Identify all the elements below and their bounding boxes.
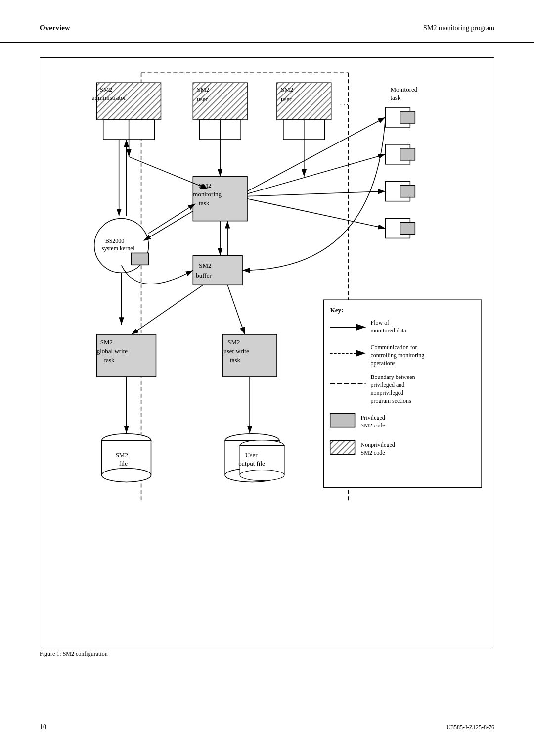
svg-text:task: task xyxy=(199,199,209,207)
svg-text:. . .: . . . xyxy=(340,99,348,106)
svg-text:operations: operations xyxy=(371,360,396,367)
svg-text:monitoring: monitoring xyxy=(193,190,222,198)
svg-rect-27 xyxy=(400,186,415,197)
page-footer: 10 U3585-J-Z125-8-76 xyxy=(0,718,534,736)
svg-text:output file: output file xyxy=(238,460,265,467)
svg-text:Flow of: Flow of xyxy=(371,319,390,326)
svg-text:SM2: SM2 xyxy=(281,86,293,93)
svg-text:administrator: administrator xyxy=(92,94,127,101)
svg-rect-25 xyxy=(400,148,415,160)
svg-line-94 xyxy=(132,285,203,334)
svg-text:User: User xyxy=(245,451,258,459)
caption-text: Figure 1: SM2 configuration xyxy=(40,650,108,657)
svg-rect-79 xyxy=(330,441,355,455)
svg-text:SM2: SM2 xyxy=(116,451,128,459)
svg-text:user: user xyxy=(281,95,292,103)
svg-line-85 xyxy=(129,157,208,189)
svg-text:program sections: program sections xyxy=(371,397,411,404)
svg-text:buffer: buffer xyxy=(196,272,212,279)
svg-text:BS2000: BS2000 xyxy=(105,237,125,244)
figure-container: SM2 administrator SM2 user SM2 user . . … xyxy=(40,57,494,646)
svg-text:SM2 code: SM2 code xyxy=(361,422,385,429)
svg-text:SM2: SM2 xyxy=(199,262,211,269)
svg-text:system kernel: system kernel xyxy=(102,245,135,252)
svg-text:monitored data: monitored data xyxy=(371,327,407,334)
svg-point-59 xyxy=(240,470,284,480)
svg-text:SM2: SM2 xyxy=(227,338,240,346)
svg-text:task: task xyxy=(104,356,115,364)
svg-rect-38 xyxy=(193,255,242,285)
page-number: 10 xyxy=(40,723,46,731)
svg-rect-76 xyxy=(330,414,355,427)
svg-text:user: user xyxy=(197,95,208,103)
svg-text:SM2: SM2 xyxy=(100,338,113,346)
svg-rect-29 xyxy=(400,223,415,235)
header-section: Overview xyxy=(40,24,70,32)
figure-caption: Figure 1: SM2 configuration xyxy=(40,650,494,658)
svg-text:Monitored: Monitored xyxy=(390,86,417,93)
svg-line-92 xyxy=(247,191,385,196)
svg-line-89 xyxy=(144,211,193,241)
svg-text:Communication for: Communication for xyxy=(371,344,417,351)
page-header: Overview SM2 monitoring program xyxy=(0,0,534,43)
svg-text:task: task xyxy=(230,356,240,364)
svg-rect-31 xyxy=(132,253,149,265)
svg-text:file: file xyxy=(119,460,128,467)
svg-text:controlling  monitoring: controlling monitoring xyxy=(371,352,425,359)
svg-point-51 xyxy=(102,468,151,482)
svg-text:task: task xyxy=(390,94,400,101)
diagram-svg: SM2 administrator SM2 user SM2 user . . … xyxy=(40,58,494,646)
svg-line-88 xyxy=(149,204,196,234)
header-title: SM2 monitoring program xyxy=(423,24,494,32)
svg-text:SM2: SM2 xyxy=(197,86,209,93)
svg-text:privileged and: privileged and xyxy=(371,381,405,388)
document-id: U3585-J-Z125-8-76 xyxy=(446,724,494,731)
svg-line-95 xyxy=(227,285,245,334)
svg-text:nonprivileged: nonprivileged xyxy=(371,389,403,396)
svg-text:Privileged: Privileged xyxy=(361,414,385,421)
svg-text:Key:: Key: xyxy=(330,306,344,314)
svg-text:user write: user write xyxy=(223,347,249,355)
svg-rect-23 xyxy=(400,111,415,123)
svg-line-91 xyxy=(247,154,385,194)
svg-text:global write: global write xyxy=(97,347,128,355)
svg-text:SM2: SM2 xyxy=(100,86,112,93)
svg-text:Boundary  between: Boundary between xyxy=(371,374,415,380)
svg-text:Nonprivileged: Nonprivileged xyxy=(361,441,395,448)
svg-text:SM2 code: SM2 code xyxy=(361,449,385,456)
